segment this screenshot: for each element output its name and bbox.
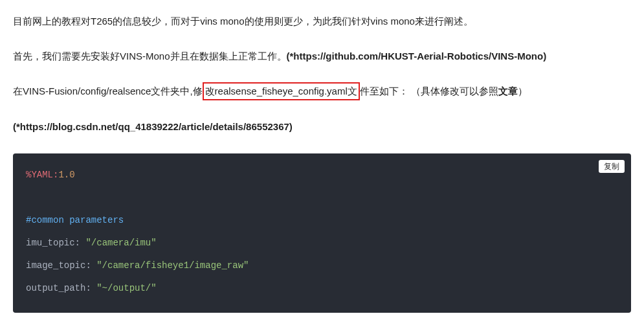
- config-post: 件至如下： （具体修改可以参照: [360, 85, 498, 96]
- paragraph-intro: 目前网上的教程对T265的信息较少，而对于vins mono的使用则更少，为此我…: [13, 13, 631, 30]
- code-line-comment: #common parameters: [26, 209, 618, 232]
- paragraph-config: 在VINS-Fusion/config/realsence文件夹中,修改real…: [13, 82, 631, 100]
- config-article-word: 文章: [498, 85, 518, 96]
- code-line-image-topic: image_topic: "/camera/fisheye1/image_raw…: [26, 254, 618, 277]
- code-line-output-path: output_path: "~/output/": [26, 277, 618, 300]
- config-tail: ）: [518, 85, 527, 96]
- paragraph-blog-link: (*https://blog.csdn.net/qq_41839222/arti…: [13, 118, 631, 135]
- config-filename-highlight: 改realsense_fisheye_config.yaml文: [203, 82, 360, 100]
- code-line-imu-topic: imu_topic: "/camera/imu": [26, 232, 618, 254]
- code-blank-line: [26, 186, 618, 209]
- code-line-yaml-header: %YAML:1.0: [26, 164, 618, 186]
- vins-mono-repo-link: (*https://github.com/HKUST-Aerial-Roboti…: [287, 51, 547, 62]
- config-pre: 在VINS-Fusion/config/realsence文件夹中,修: [13, 85, 203, 96]
- article-body: 目前网上的教程对T265的信息较少，而对于vins mono的使用则更少，为此我…: [13, 13, 631, 313]
- copy-button[interactable]: 复制: [599, 160, 625, 174]
- paragraph-install: 首先，我们需要先安装好VINS-Mono并且在数据集上正常工作。(*https:…: [13, 48, 631, 65]
- install-text: 首先，我们需要先安装好VINS-Mono并且在数据集上正常工作。: [13, 51, 287, 62]
- yaml-code-block: 复制 %YAML:1.0 #common parameters imu_topi…: [13, 153, 631, 313]
